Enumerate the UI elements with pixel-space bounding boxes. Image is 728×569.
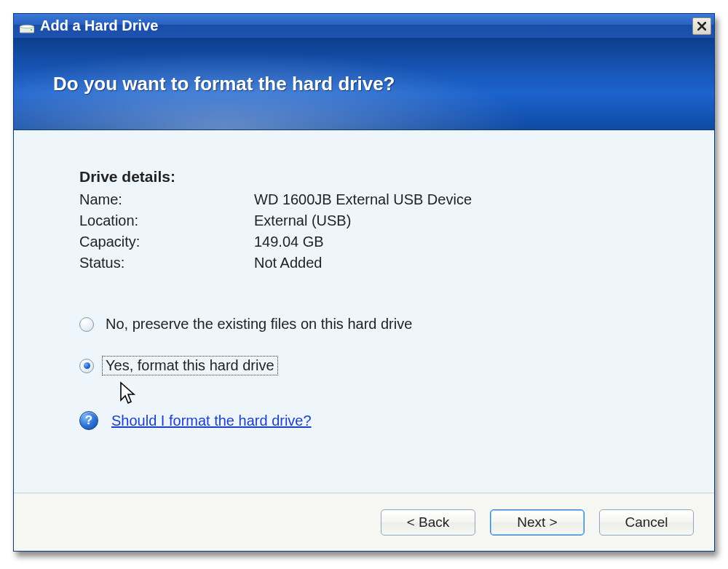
name-label: Name: (79, 191, 254, 208)
svg-point-1 (20, 25, 34, 28)
hard-drive-icon (20, 21, 34, 31)
name-value: WD 1600JB External USB Device (254, 191, 670, 208)
radio-format[interactable]: Yes, format this hard drive (79, 357, 670, 375)
radio-icon-checked (79, 359, 94, 373)
window-title: Add a Hard Drive (40, 17, 158, 34)
radio-icon-unchecked (79, 317, 94, 332)
close-button[interactable] (692, 17, 711, 35)
capacity-label: Capacity: (79, 234, 254, 250)
cancel-button[interactable]: Cancel (599, 509, 694, 536)
button-bar: < Back Next > Cancel (14, 493, 714, 551)
radio-preserve-label: No, preserve the existing files on this … (103, 315, 415, 333)
banner-heading: Do you want to format the hard drive? (53, 73, 395, 95)
drive-details-grid: Name: WD 1600JB External USB Device Loca… (79, 191, 670, 271)
location-label: Location: (79, 212, 254, 229)
help-link[interactable]: Should I format the hard drive? (111, 413, 312, 429)
back-button[interactable]: < Back (381, 509, 475, 536)
location-value: External (USB) (254, 212, 670, 229)
help-row: ? Should I format the hard drive? (79, 411, 670, 430)
svg-rect-2 (31, 29, 32, 31)
banner: Do you want to format the hard drive? (14, 39, 714, 130)
drive-details-heading: Drive details: (79, 168, 670, 186)
status-label: Status: (79, 255, 254, 271)
wizard-window: Add a Hard Drive Do you want to format t… (13, 13, 715, 552)
radio-preserve[interactable]: No, preserve the existing files on this … (79, 315, 670, 333)
status-value: Not Added (254, 255, 670, 271)
next-button[interactable]: Next > (490, 509, 585, 536)
capacity-value: 149.04 GB (254, 234, 670, 250)
help-icon: ? (79, 411, 98, 430)
radio-format-label: Yes, format this hard drive (103, 357, 277, 375)
content-area: Drive details: Name: WD 1600JB External … (14, 130, 714, 493)
titlebar: Add a Hard Drive (14, 14, 714, 39)
